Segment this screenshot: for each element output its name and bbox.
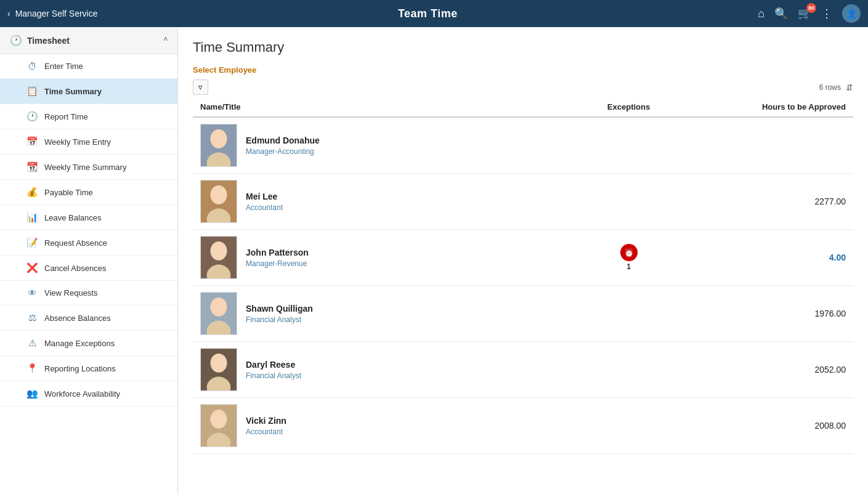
page-title: Time Summary <box>193 39 853 55</box>
filter-button[interactable]: ▿ <box>193 79 208 95</box>
table-row[interactable]: Daryl Reese Financial Analyst 2052.00 <box>193 342 853 398</box>
main-layout: 🕐 Timesheet ^ ⏱ Enter Time 📋 Time Summar… <box>0 27 868 494</box>
table-header-row: Name/Title Exceptions Hours to be Approv… <box>193 97 853 117</box>
svg-point-4 <box>210 185 227 204</box>
sidebar-item-cancel-absences[interactable]: ❌ Cancel Absences <box>0 256 177 281</box>
sidebar-item-manage-exceptions[interactable]: ⚠ Manage Exceptions <box>0 331 177 356</box>
employee-name-container: Vicki Zinn Accountant <box>200 404 549 447</box>
sidebar-item-leave-balances[interactable]: 📊 Leave Balances <box>0 205 177 230</box>
sidebar-item-label: Workforce Availability <box>44 389 120 399</box>
sidebar-item-reporting-locations[interactable]: 📍 Reporting Locations <box>0 356 177 381</box>
sidebar-item-label: Leave Balances <box>44 213 102 222</box>
sidebar-item-label: View Requests <box>44 288 97 298</box>
employee-hours-cell: 2277.00 <box>701 174 853 230</box>
sidebar-item-view-requests[interactable]: 👁 View Requests <box>0 281 177 306</box>
sidebar-item-weekly-time-entry[interactable]: 📅 Weekly Time Entry <box>0 129 177 155</box>
rows-count: 6 rows <box>819 83 841 92</box>
table-row[interactable]: Edmund Donahue Manager-Accounting <box>193 117 853 174</box>
table-toolbar: ▿ 6 rows ⇵ <box>193 79 853 95</box>
sidebar-item-absence-balances[interactable]: ⚖ Absence Balances <box>0 306 177 331</box>
svg-point-10 <box>210 298 227 317</box>
employee-hours-cell: 2052.00 <box>701 342 853 398</box>
svg-point-16 <box>210 410 227 429</box>
search-icon[interactable]: 🔍 <box>774 7 788 20</box>
employee-photo <box>200 292 237 335</box>
employee-title: Manager-Revenue <box>246 259 309 268</box>
sidebar-item-weekly-time-summary[interactable]: 📆 Weekly Time Summary <box>0 155 177 180</box>
employee-photo <box>200 124 237 167</box>
col-exceptions: Exceptions <box>556 97 702 117</box>
employee-name: Vicki Zinn <box>246 416 286 426</box>
more-options-icon[interactable]: ⋮ <box>821 7 832 20</box>
timesheet-icon: 🕐 <box>10 34 22 46</box>
payable-time-icon: 💰 <box>26 187 38 198</box>
employee-name-cell: Vicki Zinn Accountant <box>193 398 556 454</box>
sidebar-item-label: Report Time <box>44 112 88 121</box>
sidebar-collapse-button[interactable]: ^ <box>163 36 168 46</box>
sidebar-item-label: Time Summary <box>44 87 102 96</box>
employee-name-cell: Shawn Quilligan Financial Analyst <box>193 286 556 342</box>
employee-hours-cell: 1976.00 <box>701 286 853 342</box>
employee-name: Shawn Quilligan <box>246 304 313 314</box>
sidebar-item-time-summary[interactable]: 📋 Time Summary <box>0 79 177 104</box>
employee-photo <box>200 236 237 279</box>
employee-name: John Patterson <box>246 248 309 257</box>
employee-exceptions-cell <box>556 174 702 230</box>
table-row[interactable]: John Patterson Manager-Revenue ⏰ 1 4.00 <box>193 230 853 286</box>
back-label: Manager Self Service <box>15 9 98 18</box>
weekly-time-summary-icon: 📆 <box>26 161 38 172</box>
svg-point-13 <box>210 354 227 373</box>
table-row[interactable]: Vicki Zinn Accountant 2008.00 <box>193 398 853 454</box>
employees-table: Name/Title Exceptions Hours to be Approv… <box>193 97 853 454</box>
sidebar-section-header: 🕐 Timesheet ^ <box>0 27 177 54</box>
cart-icon[interactable]: 🛒 80 <box>798 7 811 20</box>
employee-title: Financial Analyst <box>246 315 313 324</box>
sidebar: 🕐 Timesheet ^ ⏱ Enter Time 📋 Time Summar… <box>0 27 178 494</box>
sidebar-item-label: Manage Exceptions <box>44 339 115 348</box>
sort-button[interactable]: ⇵ <box>846 83 853 92</box>
top-nav-actions: ⌂ 🔍 🛒 80 ⋮ 👤 <box>758 4 861 23</box>
content-area: Time Summary Select Employee ▿ 6 rows ⇵ … <box>178 27 868 494</box>
employee-photo <box>200 404 237 447</box>
employee-name-container: Mei Lee Accountant <box>200 180 549 223</box>
employee-name: Mei Lee <box>246 192 283 201</box>
leave-balances-icon: 📊 <box>26 212 38 223</box>
report-time-icon: 🕐 <box>26 111 38 122</box>
select-employee-label: Select Employee <box>193 65 853 75</box>
sidebar-item-workforce-availability[interactable]: 👥 Workforce Availability <box>0 381 177 407</box>
employee-exceptions-cell: ⏰ 1 <box>556 230 702 286</box>
home-icon[interactable]: ⌂ <box>758 7 765 20</box>
employee-name-cell: John Patterson Manager-Revenue <box>193 230 556 286</box>
employee-name: Edmund Donahue <box>246 136 320 145</box>
user-avatar[interactable]: 👤 <box>842 4 861 23</box>
enter-time-icon: ⏱ <box>26 61 38 71</box>
employee-name: Daryl Reese <box>246 360 301 370</box>
employee-name-container: Daryl Reese Financial Analyst <box>200 348 549 391</box>
sidebar-item-label: Enter Time <box>44 62 83 71</box>
back-chevron-icon: ‹ <box>7 9 10 18</box>
svg-point-7 <box>210 241 227 261</box>
employee-name-cell: Mei Lee Accountant <box>193 174 556 230</box>
back-to-manager-self-service[interactable]: ‹ Manager Self Service <box>7 9 98 18</box>
sidebar-item-label: Reporting Locations <box>44 364 116 373</box>
table-row[interactable]: Shawn Quilligan Financial Analyst 1976.0… <box>193 286 853 342</box>
absence-balances-icon: ⚖ <box>26 312 38 323</box>
table-row[interactable]: Mei Lee Accountant 2277.00 <box>193 174 853 230</box>
sidebar-section-title: 🕐 Timesheet <box>10 34 70 46</box>
sidebar-item-payable-time[interactable]: 💰 Payable Time <box>0 180 177 205</box>
sidebar-item-label: Request Absence <box>44 238 107 248</box>
cancel-absences-icon: ❌ <box>26 262 38 273</box>
sidebar-item-request-absence[interactable]: 📝 Request Absence <box>0 230 177 256</box>
col-name-title: Name/Title <box>193 97 556 117</box>
cart-badge: 80 <box>806 3 816 13</box>
workforce-availability-icon: 👥 <box>26 388 38 399</box>
employee-title: Accountant <box>246 203 283 212</box>
sidebar-item-label: Cancel Absences <box>44 264 106 273</box>
sidebar-item-enter-time[interactable]: ⏱ Enter Time <box>0 54 177 79</box>
sidebar-item-report-time[interactable]: 🕐 Report Time <box>0 104 177 129</box>
manage-exceptions-icon: ⚠ <box>26 338 38 349</box>
col-hours: Hours to be Approved <box>701 97 853 117</box>
employee-name-cell: Daryl Reese Financial Analyst <box>193 342 556 398</box>
employee-title: Accountant <box>246 427 286 436</box>
employee-photo <box>200 180 237 223</box>
